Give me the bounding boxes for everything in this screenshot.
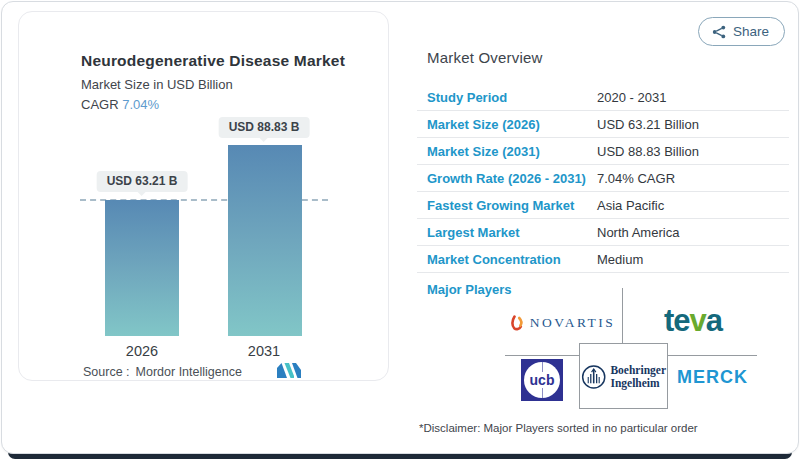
x-axis-label-2026: 2026	[126, 343, 158, 359]
overview-table: Study Period 2020 - 2031 Market Size (20…	[417, 84, 789, 273]
row-label: Fastest Growing Market	[427, 198, 597, 213]
cagr-label: CAGR	[81, 97, 119, 112]
row-value: USD 63.21 Billion	[597, 117, 699, 132]
teva-wordmark: teva	[664, 303, 722, 339]
grid-divider	[505, 355, 580, 356]
row-value: 7.04% CAGR	[597, 171, 675, 186]
novartis-flame-icon	[509, 315, 525, 332]
share-button-label: Share	[733, 24, 769, 39]
overview-title: Market Overview	[427, 49, 543, 66]
chart-title: Neurodegenerative Disease Market	[81, 52, 345, 70]
novartis-logo: NOVARTIS	[505, 300, 619, 346]
bar-value-label-2026: USD 63.21 B	[97, 171, 188, 192]
boehringer-emblem-icon	[581, 364, 606, 390]
table-row: Growth Rate (2026 - 2031) 7.04% CAGR	[417, 165, 789, 192]
teva-logo: teva	[631, 296, 755, 346]
share-button[interactable]: Share	[698, 17, 785, 46]
ucb-circle: ucb	[524, 362, 560, 398]
merck-logo: MERCK	[668, 362, 757, 392]
bar-value-label-2031: USD 88.83 B	[219, 117, 310, 138]
table-row: Market Size (2026) USD 63.21 Billion	[417, 111, 789, 138]
row-value: Asia Pacific	[597, 198, 664, 213]
row-value: 2020 - 2031	[597, 90, 666, 105]
ucb-logo: ucb	[515, 357, 569, 403]
row-value: North America	[597, 225, 679, 240]
row-label: Market Size (2026)	[427, 117, 597, 132]
chart-header: Neurodegenerative Disease Market Market …	[81, 52, 345, 112]
disclaimer-text: *Disclaimer: Major Players sorted in no …	[419, 422, 698, 434]
source-value: Mordor Intelligence	[136, 365, 242, 379]
grid-divider	[622, 288, 623, 343]
ucb-wordmark: ucb	[529, 372, 556, 388]
chart-subtitle: Market Size in USD Billion	[81, 77, 345, 92]
row-value: Medium	[597, 252, 643, 267]
share-icon	[712, 25, 726, 39]
boehringer-wordmark: Boehringer Ingelheim	[610, 364, 666, 390]
cagr-value: 7.04%	[122, 97, 159, 112]
chart-card: Neurodegenerative Disease Market Market …	[18, 11, 389, 381]
novartis-wordmark: NOVARTIS	[530, 315, 616, 331]
row-label: Market Concentration	[427, 252, 597, 267]
source-label: Source :	[83, 365, 130, 379]
market-summary-widget: Neurodegenerative Disease Market Market …	[0, 0, 800, 459]
bar-2031[interactable]	[228, 145, 302, 336]
page-card: Neurodegenerative Disease Market Market …	[1, 1, 799, 454]
major-players-grid: NOVARTIS teva ucb	[505, 286, 757, 410]
table-row: Market Concentration Medium	[417, 246, 789, 273]
row-label: Largest Market	[427, 225, 597, 240]
table-row: Market Size (2031) USD 88.83 Billion	[417, 138, 789, 165]
bar-2026[interactable]	[105, 200, 179, 336]
row-value: USD 88.83 Billion	[597, 144, 699, 159]
table-row: Largest Market North America	[417, 219, 789, 246]
source-attribution: Source :Mordor Intelligence	[83, 365, 242, 379]
row-label: Growth Rate (2026 - 2031)	[427, 171, 597, 186]
x-axis-label-2031: 2031	[248, 343, 280, 359]
boehringer-ingelheim-logo: Boehringer Ingelheim	[581, 353, 666, 401]
teva-leaf-v: v	[690, 303, 706, 338]
row-label: Study Period	[427, 90, 597, 105]
row-label: Market Size (2031)	[427, 144, 597, 159]
table-row: Fastest Growing Market Asia Pacific	[417, 192, 789, 219]
merck-wordmark: MERCK	[677, 367, 748, 388]
chart-cagr: CAGR 7.04%	[81, 97, 345, 112]
table-row: Study Period 2020 - 2031	[417, 84, 789, 111]
mordor-intelligence-logo	[277, 363, 301, 378]
ucb-square: ucb	[521, 359, 563, 401]
grid-divider	[668, 355, 757, 356]
major-players-label: Major Players	[427, 282, 512, 297]
